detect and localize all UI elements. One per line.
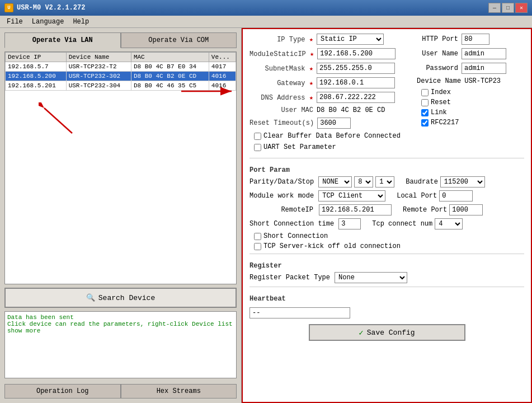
col-header-mac: MAC <box>131 53 209 62</box>
menu-help[interactable]: Help <box>68 17 93 27</box>
save-config-button[interactable]: ✓ Save Config <box>309 324 465 341</box>
reset-timeout-label: Reset Timeout(s) <box>249 119 317 127</box>
clear-buffer-checkbox[interactable] <box>254 133 261 140</box>
log-message: Data has been sent <box>7 314 234 321</box>
user-name-input[interactable] <box>462 48 506 59</box>
link-checkbox[interactable] <box>421 109 429 116</box>
reset-label: Reset <box>431 99 451 106</box>
module-static-ip-input[interactable] <box>317 48 396 59</box>
dns-address-input[interactable] <box>317 92 395 103</box>
short-connection-checkbox[interactable] <box>254 233 261 240</box>
menu-language[interactable]: Language <box>27 17 69 27</box>
subnet-mask-input[interactable] <box>317 63 395 74</box>
user-name-label: User Name <box>417 50 462 58</box>
user-mac-value: D8 B0 4C B2 0E CD <box>317 106 385 114</box>
left-panel: Operate Via LAN Operate Via COM Device I… <box>0 28 242 403</box>
baudrate-label: Baudrate <box>406 178 438 186</box>
http-port-input[interactable] <box>462 34 489 45</box>
parity-label: Parity/Data/Stop <box>249 178 314 186</box>
col-header-ver: Ve... <box>209 53 236 62</box>
register-packet-type-select[interactable]: None <box>335 272 407 283</box>
minimize-button[interactable]: — <box>488 3 501 13</box>
link-label: Link <box>431 109 447 116</box>
bottom-tabs: Operation Log Hex Streams <box>4 384 237 399</box>
col-header-ip: Device IP <box>6 53 67 62</box>
device-name-cell: USR-TCP232-T2 <box>66 62 131 72</box>
device-ip: 192.168.5.7 <box>6 62 67 72</box>
tcp-server-kick-label: TCP Server-kick off old connection <box>263 242 401 250</box>
dns-address-label: DNS Address ★ <box>249 93 317 102</box>
local-port-input[interactable] <box>439 190 473 202</box>
menu-file[interactable]: File <box>2 17 27 27</box>
search-icon: 🔍 <box>86 293 95 302</box>
close-button[interactable]: ✕ <box>515 3 528 13</box>
device-table: Device IP Device Name MAC Ve... 192.168.… <box>5 52 236 91</box>
module-mode-select[interactable]: TCP ClientTCP ServerUDP <box>318 190 385 202</box>
uart-set-param-checkbox[interactable] <box>254 144 261 151</box>
rfc2217-label: RFC2217 <box>431 119 459 126</box>
baudrate-select[interactable]: 115200 <box>440 176 485 188</box>
table-row[interactable]: 192.168.5.200 USR-TCP232-302 D8 B0 4C B2… <box>6 72 236 81</box>
local-port-label: Local Port <box>397 192 437 200</box>
remote-port-input[interactable] <box>449 204 483 215</box>
maximize-button[interactable]: □ <box>502 3 514 13</box>
device-name-value: USR-TCP23 <box>464 77 501 85</box>
remote-ip-input[interactable] <box>319 204 392 215</box>
gateway-label: Gateway ★ <box>249 79 317 87</box>
tab-com[interactable]: Operate Via COM <box>121 32 237 48</box>
tab-lan[interactable]: Operate Via LAN <box>4 32 121 48</box>
title-bar: U USR-M0 V2.2.1.272 — □ ✕ <box>0 0 532 16</box>
register-packet-type-label: Register Packet Type <box>249 274 330 282</box>
module-mode-label: Module work mode <box>249 192 314 200</box>
index-label: Index <box>431 88 451 96</box>
stop-bits-select[interactable]: 1 <box>375 176 394 188</box>
subnet-mask-label: SubnetMask ★ <box>249 64 317 73</box>
log-message: show more <box>7 327 234 334</box>
http-port-label: HTTP Port <box>417 35 462 43</box>
device-ip: 192.168.5.200 <box>6 72 67 81</box>
search-button-label: Search Device <box>98 294 155 302</box>
tcp-conn-num-select[interactable]: 4 <box>435 218 463 229</box>
device-ver: 4017 <box>209 62 236 72</box>
short-connection-label: Short Connection <box>263 232 328 240</box>
col-header-name: Device Name <box>66 53 131 62</box>
tab-operation-log[interactable]: Operation Log <box>4 384 121 399</box>
parity-select[interactable]: NONE <box>318 176 352 188</box>
device-ver: 4016 <box>209 72 236 81</box>
index-checkbox[interactable] <box>421 89 429 96</box>
tab-hex-streams[interactable]: Hex Streams <box>121 384 237 399</box>
device-mac: D8 B0 4C B7 E0 34 <box>131 62 209 72</box>
ip-type-select[interactable]: Static IP DHCP <box>317 34 384 45</box>
device-mac: D8 B0 4C B2 0E CD <box>131 72 209 81</box>
menu-bar: File Language Help <box>0 16 532 28</box>
gateway-input[interactable] <box>317 77 395 88</box>
rfc2217-checkbox[interactable] <box>421 119 429 126</box>
search-device-button[interactable]: 🔍 Search Device <box>4 288 237 308</box>
reset-timeout-input[interactable] <box>317 118 351 129</box>
svg-line-3 <box>44 108 72 133</box>
data-bits-select[interactable]: 8 <box>354 176 373 188</box>
register-title: Register <box>249 262 524 270</box>
heartbeat-input[interactable] <box>249 307 350 318</box>
port-param-section: Port Param Parity/Data/Stop NONE 8 1 Bau… <box>249 158 524 250</box>
device-name-label: Device Name <box>417 77 464 85</box>
remote-ip-label: RemoteIP <box>249 206 317 214</box>
connection-tabs: Operate Via LAN Operate Via COM <box>4 32 237 48</box>
device-ip: 192.168.5.201 <box>6 81 67 91</box>
reset-checkbox[interactable] <box>421 99 429 106</box>
tcp-server-kick-checkbox[interactable] <box>254 243 261 250</box>
uart-set-param-label: UART Set Parameter <box>263 143 336 151</box>
device-mac: D8 B0 4C 46 35 C5 <box>131 81 209 91</box>
register-section: Register Register Packet Type None <box>249 254 524 283</box>
save-icon: ✓ <box>359 328 363 338</box>
table-row[interactable]: 192.168.5.7 USR-TCP232-T2 D8 B0 4C B7 E0… <box>6 62 236 72</box>
remote-port-label: Remote Port <box>403 206 447 214</box>
table-row[interactable]: 192.168.5.201 USR-TCP232-304 D8 B0 4C 46… <box>6 81 236 91</box>
log-message: Click device can read the parameters, ri… <box>7 321 234 327</box>
password-input[interactable] <box>462 63 506 74</box>
device-ver: 4016 <box>209 81 236 91</box>
clear-buffer-label: Clear Buffer Data Before Connected <box>263 132 401 140</box>
short-conn-time-input[interactable] <box>338 218 361 229</box>
app-title: USR-M0 V2.2.1.272 <box>17 4 85 12</box>
heartbeat-section: Heartbeat <box>249 287 524 318</box>
